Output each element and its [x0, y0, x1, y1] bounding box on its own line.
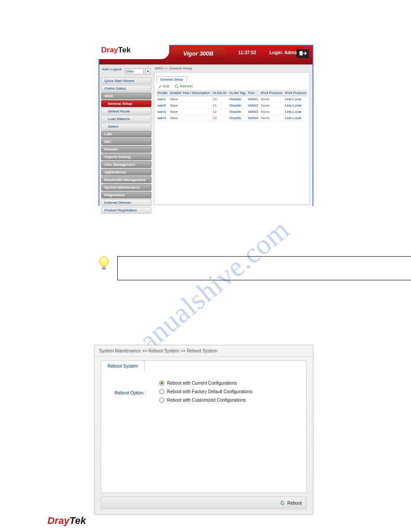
- table-row[interactable]: wan3false12DisableWAN3NoneLink-Local: [156, 109, 308, 115]
- reboot-option-2[interactable]: Reboot with Customized Configurations: [159, 398, 253, 403]
- nav-online-status[interactable]: Online Status: [101, 85, 151, 92]
- nav-diagnostics[interactable]: Diagnostics: [101, 192, 151, 198]
- cell-enable: false: [169, 96, 211, 103]
- model-badge: Vigor 300B: [169, 47, 227, 60]
- nav-firewall[interactable]: Firewall: [101, 146, 151, 153]
- nav-nat[interactable]: NAT: [101, 138, 151, 145]
- footer-brand-a: Dray: [47, 515, 69, 526]
- content-panel: General Setup Edit Refresh ProfileEnable…: [154, 72, 310, 205]
- auto-logout-label: Auto Logout :: [102, 67, 124, 75]
- cell-ipv4: None: [260, 115, 284, 121]
- col-header: Enable This / Description: [169, 90, 211, 96]
- sidebar-nav: Quick Start WizardOnline StatusWANGenera…: [101, 77, 151, 214]
- nav-lan[interactable]: LAN: [101, 131, 151, 137]
- edit-icon: [158, 84, 162, 88]
- reboot-options: Reboot with Current ConfigurationsReboot…: [159, 381, 253, 406]
- col-header: VLAN Tag: [228, 90, 247, 96]
- sidebar: Auto Logout : 5Min ▾ Quick Start WizardO…: [99, 64, 153, 206]
- cell-profile: wan4: [156, 115, 169, 121]
- reboot-breadcrumb: System Maintenance >> Reboot System >> R…: [94, 345, 313, 357]
- reboot-option-label: Reboot Option :: [115, 390, 146, 395]
- col-header: Port: [247, 90, 260, 96]
- auto-logout-select[interactable]: 5Min: [125, 69, 144, 74]
- cell-ipv6: Link-Local: [283, 115, 308, 121]
- nav-load-balance[interactable]: Load Balance: [101, 116, 151, 122]
- logout-button[interactable]: [296, 49, 309, 58]
- cell-vlanid: 12: [211, 109, 228, 115]
- cell-profile: wan3: [156, 109, 169, 115]
- reboot-option-text: Reboot with Current Configurations: [167, 381, 237, 386]
- cell-vlantag: Disable: [228, 103, 247, 109]
- cell-vlanid: 11: [211, 103, 228, 109]
- refresh-icon: [175, 84, 179, 88]
- auto-logout-row: Auto Logout : 5Min ▾: [102, 67, 150, 75]
- cell-port: WAN4: [247, 115, 260, 121]
- note-box: [117, 256, 411, 280]
- nav-default-route[interactable]: Default Route: [101, 108, 151, 115]
- col-header: Profile: [156, 90, 169, 96]
- nav-wan[interactable]: WAN: [101, 93, 151, 99]
- logout-icon: [298, 50, 307, 56]
- cell-vlantag: Disable: [228, 109, 247, 115]
- cell-enable: false: [169, 115, 211, 121]
- reboot-screenshot: System Maintenance >> Reboot System >> R…: [94, 345, 313, 515]
- cell-ipv4: None: [260, 109, 284, 115]
- radio-icon: [159, 398, 164, 403]
- cell-ipv4: None: [260, 96, 284, 103]
- nav-external-devices[interactable]: External Devices: [101, 199, 151, 206]
- tab-general-setup[interactable]: General Setup: [156, 76, 188, 82]
- nav-general-setup[interactable]: General Setup: [101, 100, 151, 107]
- header-bar: DrayTek Vigor 300B 11:37:52 Login: Admin: [99, 46, 313, 64]
- table-row[interactable]: wan1false10DisableWAN1NoneLink-Local: [156, 96, 308, 103]
- nav-quick-start-wizard[interactable]: Quick Start Wizard: [101, 77, 151, 84]
- brand-b: Tek: [118, 46, 131, 54]
- cell-profile: wan2: [156, 103, 169, 109]
- table-body: wan1false10DisableWAN1NoneLink-Localwan2…: [156, 96, 308, 121]
- nav-objects-setting[interactable]: Objects Setting: [101, 154, 151, 160]
- cell-port: WAN1: [247, 96, 260, 103]
- nav-product-registration[interactable]: Product Registration: [101, 207, 151, 214]
- col-header: IPv6 Protocol: [283, 90, 308, 96]
- brand-logo: DrayTek: [97, 43, 169, 59]
- radio-icon: [159, 381, 164, 386]
- col-header: VLAN ID: [211, 90, 228, 96]
- svg-point-1: [102, 258, 106, 262]
- header-login: Login: Admin: [270, 50, 298, 55]
- table-header-row: ProfileEnable This / DescriptionVLAN IDV…: [156, 90, 308, 96]
- nav-system-maintenance[interactable]: System Maintenance: [101, 184, 151, 191]
- main-area: WAN >> General Setup General Setup Edit …: [153, 64, 313, 206]
- footer-logo: DrayTek: [47, 515, 86, 527]
- edit-button[interactable]: Edit: [158, 84, 170, 88]
- toolbar: Edit Refresh: [154, 82, 309, 90]
- table-row[interactable]: wan2false11DisableWAN2NoneLink-Local: [156, 103, 308, 109]
- reboot-option-1[interactable]: Reboot with Factory Default Configuratio…: [159, 389, 253, 394]
- breadcrumb: WAN >> General Setup: [154, 65, 310, 72]
- nav-applications[interactable]: Applications: [101, 169, 151, 176]
- admin-body: Auto Logout : 5Min ▾ Quick Start WizardO…: [99, 64, 313, 206]
- refresh-label: Refresh: [180, 84, 193, 88]
- brand-a: Dray: [101, 46, 118, 54]
- auto-logout-dropdown-icon[interactable]: ▾: [145, 69, 150, 74]
- col-header: IPv4 Protocol: [260, 90, 284, 96]
- edit-label: Edit: [163, 84, 170, 88]
- cell-ipv6: Link-Local: [283, 103, 308, 109]
- cell-enable: false: [169, 109, 211, 115]
- svg-rect-2: [102, 266, 106, 268]
- reboot-icon: [280, 500, 285, 506]
- reboot-option-0[interactable]: Reboot with Current Configurations: [159, 381, 253, 386]
- cell-ipv6: Link-Local: [283, 96, 308, 103]
- nav-user-management[interactable]: User Management: [101, 161, 151, 168]
- table-row[interactable]: wan4false13DisableWAN4NoneLink-Local: [156, 115, 308, 121]
- nav-switch[interactable]: Switch: [101, 123, 151, 130]
- nav-bandwidth-management[interactable]: Bandwidth Management: [101, 176, 151, 183]
- svg-rect-3: [102, 268, 106, 270]
- reboot-button[interactable]: Reboot: [287, 501, 302, 506]
- cell-vlanid: 10: [211, 96, 228, 103]
- reboot-footer: Reboot: [101, 497, 307, 509]
- tab-reboot-system[interactable]: Reboot System: [101, 360, 145, 372]
- cell-enable: false: [169, 103, 211, 109]
- wan-table: ProfileEnable This / DescriptionVLAN IDV…: [156, 90, 308, 121]
- cell-port: WAN3: [247, 109, 260, 115]
- reboot-option-text: Reboot with Customized Configurations: [167, 398, 246, 403]
- refresh-button[interactable]: Refresh: [175, 84, 193, 88]
